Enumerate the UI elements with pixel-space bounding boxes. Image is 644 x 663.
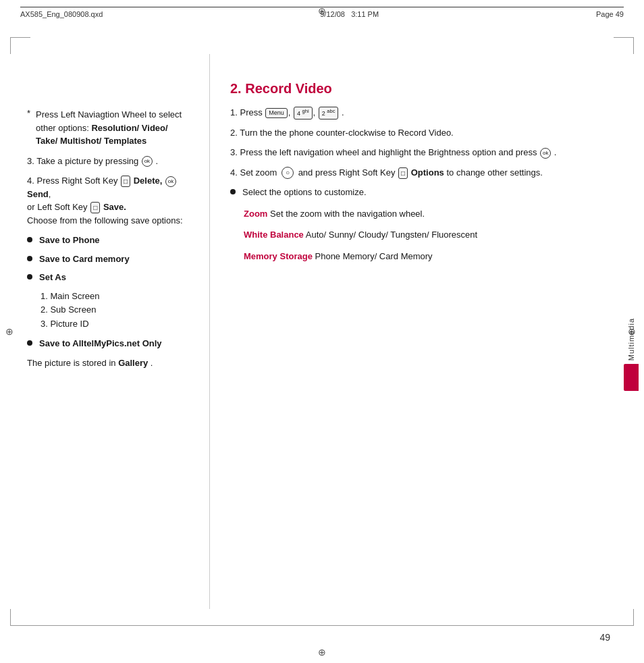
step4: 4. Press Right Soft Key □ Delete, ok Sen…: [27, 174, 189, 227]
right-step4-before: Set zoom: [240, 167, 277, 178]
step3-text: Take a picture by pressing: [36, 156, 141, 166]
step4-choose: Choose from the following save options:: [27, 215, 183, 226]
ok-icon-r: ok: [540, 148, 551, 159]
section-title: 2. Record Video: [230, 81, 617, 97]
4ghi-key: 4 ghi: [294, 107, 313, 120]
2abc-key: 2 abc: [319, 107, 339, 120]
note-before: The picture is stored in: [27, 358, 116, 368]
right-step4: 4. Set zoom ○ and press Right Soft Key □…: [230, 166, 617, 180]
reg-left: ⊕: [5, 326, 14, 337]
header-left: AX585_Eng_080908.qxd: [20, 10, 103, 18]
zoom-text: Zoom Set the zoom with the navigation wh…: [244, 207, 617, 221]
sub-list-item-3: 3. Picture ID: [41, 317, 189, 332]
right-soft-key-icon: □: [121, 176, 130, 187]
right-step2: 2. Turn the the phone counter-clockwise …: [230, 126, 617, 140]
sub-list: 1. Main Screen 2. Sub Screen 3. Picture …: [41, 290, 189, 332]
bullet-save-phone: Save to Phone: [27, 234, 189, 247]
content-area: * Press Left Naviagtion Wheel to select …: [27, 54, 617, 609]
right-step1: 1. Press Menu, 4 ghi, 2 abc .: [230, 106, 617, 120]
step4-text-before: Press Right Soft Key: [36, 176, 120, 186]
footer-line: [20, 625, 624, 626]
star-item: * Press Left Naviagtion Wheel to select …: [27, 108, 189, 148]
page-number: 49: [599, 632, 610, 643]
wb-text-val: Auto/ Sunny/ Cloudy/ Tungsten/ Fluoresce…: [306, 230, 477, 240]
right-step4-options: Options: [411, 167, 444, 178]
right-step2-text: Turn the the phone counter-clockwise to …: [240, 128, 454, 138]
ok-send-icon: ok: [165, 176, 176, 187]
step4-or: or Left Soft Key: [27, 202, 90, 212]
right-column: 2. Record Video 1. Press Menu, 4 ghi, 2 …: [217, 54, 617, 609]
right-step1-text: Press: [240, 107, 265, 117]
step3: 3. Take a picture by pressing ok .: [27, 155, 189, 168]
sidebar-tab: Multimedia: [624, 318, 639, 390]
bullet-alltel: Save to AlltelMyPics.net Only: [27, 337, 189, 350]
memory-storage-text: Memory Storage Phone Memory/ Card Memory: [244, 250, 617, 263]
white-balance-text: White Balance Auto/ Sunny/ Cloudy/ Tungs…: [244, 228, 617, 242]
zoom-label: Zoom: [244, 209, 267, 219]
star-content: Press Left Naviagtion Wheel to select ot…: [36, 108, 189, 148]
step4-number: 4.: [27, 176, 36, 186]
corner-vline-br: [633, 609, 634, 626]
note-after: .: [151, 358, 153, 368]
zoom-text-val: Set the zoom with the navigation wheel.: [270, 209, 425, 219]
header-middle: 9/12/08 3:11 PM: [320, 10, 379, 18]
note-gallery: Gallery: [118, 358, 148, 368]
bullet-select-text: Select the options to customize.: [242, 186, 367, 199]
right-step3: 3. Press the left navigation wheel and h…: [230, 146, 617, 159]
white-balance-label: White Balance: [244, 230, 304, 240]
bullet-select: Select the options to customize.: [230, 186, 617, 199]
left-column: * Press Left Naviagtion Wheel to select …: [27, 54, 203, 609]
bullet-text-1: Save to Phone: [39, 234, 100, 247]
star-bullet: *: [27, 108, 30, 118]
ok-icon: ok: [142, 156, 153, 167]
bullet-text-4: Save to AlltelMyPics.net Only: [39, 337, 162, 350]
page-wrapper: AX585_Eng_080908.qxd 9/12/08 3:11 PM Pag…: [0, 0, 644, 663]
corner-vline-tr: [633, 37, 634, 54]
bullet-text-2: Save to Card memory: [39, 253, 130, 266]
bullet-dot-2: [27, 256, 32, 261]
sub-list-item-2: 2. Sub Screen: [41, 303, 189, 317]
memory-storage-label: Memory Storage: [244, 251, 313, 261]
options-key-icon: □: [398, 167, 408, 179]
sidebar-label: Multimedia: [627, 318, 635, 361]
sidebar-tab-bar: [624, 364, 639, 391]
corner-line-tl: [10, 37, 30, 38]
ms-text-val: Phone Memory/ Card Memory: [315, 251, 433, 261]
right-step1-num: 1.: [230, 107, 240, 117]
bullet-dot-4: [27, 340, 32, 346]
right-step4-num: 4.: [230, 167, 240, 178]
step3-number: 3.: [27, 156, 36, 166]
bullet-dot-3: [27, 274, 32, 280]
right-step2-num: 2.: [230, 128, 240, 138]
bullet-save-card: Save to Card memory: [27, 253, 189, 266]
left-soft-key-icon: □: [90, 202, 100, 213]
step4-save: Save.: [103, 202, 126, 212]
bullet-text-3: Set As: [39, 271, 66, 284]
bullet-dot-1: [27, 237, 32, 242]
right-step3-num: 3.: [230, 147, 240, 157]
corner-line-tr: [614, 37, 634, 38]
note-text: The picture is stored in Gallery .: [27, 356, 189, 370]
right-step3-text: Press the left navigation wheel and high…: [240, 147, 537, 157]
column-divider: [209, 54, 210, 609]
step4-delete: Delete,: [134, 176, 163, 186]
corner-vline-tl: [10, 37, 11, 54]
reg-top: ⊕: [318, 5, 326, 16]
right-step4-after: to change other settings.: [446, 167, 542, 178]
header-page: Page 49: [596, 10, 624, 18]
menu-key: Menu: [265, 108, 288, 119]
zoom-circle-icon: ○: [281, 167, 294, 179]
step4-send: Send: [27, 189, 49, 199]
bullet-dot-select: [230, 189, 236, 194]
corner-vline-bl: [10, 609, 11, 626]
right-step4-mid: and press Right Soft Key: [298, 167, 398, 178]
bullet-set-as: Set As: [27, 271, 189, 284]
reg-bottom: ⊕: [318, 647, 326, 658]
sub-list-item-1: 1. Main Screen: [41, 290, 189, 304]
